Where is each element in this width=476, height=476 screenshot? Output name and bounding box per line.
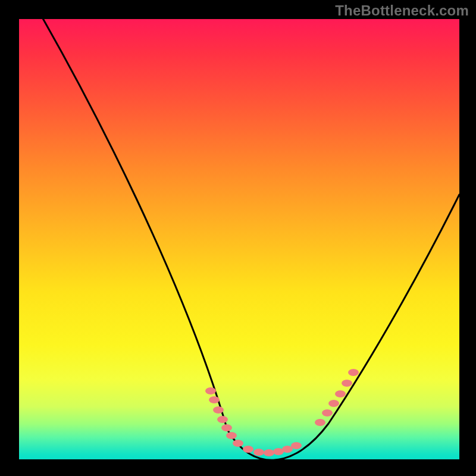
curve-marker xyxy=(209,396,220,403)
curve-marker xyxy=(226,432,237,439)
curve-marker xyxy=(315,419,325,426)
curve-marker xyxy=(264,449,274,456)
bottleneck-curve xyxy=(19,19,459,459)
chart-container: TheBottleneck.com xyxy=(0,0,476,476)
curve-marker xyxy=(217,416,228,423)
curve-marker xyxy=(213,406,224,414)
curve-marker xyxy=(253,449,264,456)
curve-marker xyxy=(243,446,253,453)
curve-marker xyxy=(342,380,352,387)
curve-marker xyxy=(322,409,333,416)
plot-area xyxy=(19,19,459,459)
curve-marker xyxy=(328,400,339,407)
curve-marker xyxy=(233,440,243,447)
curve-marker xyxy=(335,390,346,397)
curve-marker xyxy=(291,442,302,449)
curve-marker xyxy=(205,387,216,394)
curve-svg xyxy=(19,19,459,459)
curve-marker xyxy=(282,446,293,453)
curve-marker xyxy=(348,369,359,376)
curve-marker xyxy=(221,424,232,431)
watermark-text: TheBottleneck.com xyxy=(335,2,469,19)
